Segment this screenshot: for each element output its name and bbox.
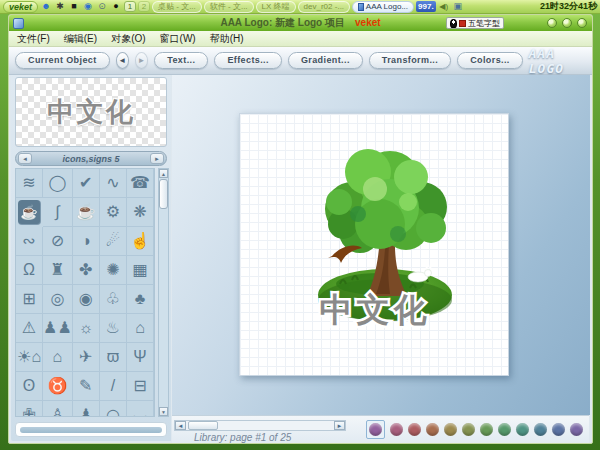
palette-icon-pig-face[interactable]: ʘ (16, 372, 43, 401)
menu-edit[interactable]: 编辑(E) (64, 32, 97, 46)
battery-badge[interactable]: 997. (416, 1, 436, 12)
palette-icon-horn[interactable]: ◡ (127, 401, 154, 417)
colors-button[interactable]: Colors... (457, 52, 523, 69)
palette-icon-fire-warning-triangle[interactable]: ⚠ (16, 314, 43, 343)
palette-icon-half-globe[interactable]: ◑ (73, 227, 100, 256)
palette-icon-wave-swirl[interactable]: ∾ (16, 227, 43, 256)
palette-icon-fire-circle[interactable]: ☼ (73, 314, 100, 343)
monitor-icon[interactable]: ■ (68, 1, 80, 13)
gradient-button[interactable]: Gradient... (288, 52, 363, 69)
color-swatch-6[interactable] (462, 423, 475, 436)
nav-back-button[interactable]: ◄ (116, 52, 129, 69)
palette-icon-clover[interactable]: ✤ (73, 256, 100, 285)
maximize-button[interactable] (562, 18, 572, 28)
library-next-button[interactable]: ► (334, 421, 345, 430)
effects-button[interactable]: Effects... (214, 52, 282, 69)
taskbar-window-3[interactable]: LX 终端 (256, 1, 296, 13)
workspace-1-button[interactable]: 1 (124, 1, 136, 12)
color-swatch-10[interactable] (534, 423, 547, 436)
palette-icon-palm-tree[interactable]: Ψ (127, 343, 154, 372)
logo-preview[interactable]: 中文化 (15, 77, 167, 147)
palette-icon-telephone[interactable]: ☎ (127, 169, 154, 198)
palette-icon-pinwheel[interactable]: ❋ (127, 198, 154, 227)
palette-icon-chess-pawn-black[interactable]: ♟ (73, 401, 100, 417)
nav-forward-button[interactable]: ► (135, 52, 148, 69)
palette-icon-calculator[interactable]: ⊞ (16, 285, 43, 314)
palette-icon-coffee-cup[interactable]: ☕ (18, 200, 41, 225)
workspace-2-button[interactable]: 2 (138, 1, 150, 12)
speaker-icon[interactable]: ◀) (438, 1, 450, 13)
menu-window[interactable]: 窗口(W) (160, 32, 196, 46)
panel-bottom-slider[interactable] (15, 422, 167, 437)
palette-icon-comet-splash[interactable]: ✺ (100, 256, 127, 285)
palette-icon-turtle[interactable]: Ω (16, 256, 43, 285)
palette-icon-bus[interactable]: ⊟ (127, 372, 154, 401)
selected-swatch-frame[interactable] (366, 420, 385, 439)
palette-icon-winged-emblem[interactable]: ✈ (73, 343, 100, 372)
color-swatch-4[interactable] (426, 423, 439, 436)
palette-next-button[interactable]: ► (150, 153, 164, 164)
color-swatch-12[interactable] (570, 423, 583, 436)
color-swatch-11[interactable] (552, 423, 565, 436)
color-swatch-8[interactable] (498, 423, 511, 436)
current-object-button[interactable]: Current Object (15, 52, 110, 69)
palette-icon-hand-tool[interactable]: / (100, 372, 127, 401)
palette-icon-church[interactable]: ⌂ (127, 314, 154, 343)
titlebar[interactable]: AAA Logo: 新建 Logo 项目veket 五笔字型 (9, 15, 592, 31)
network-icon[interactable]: ▣ (452, 1, 464, 13)
palette-icon-globe-swoosh[interactable]: ☄ (100, 227, 127, 256)
palette-icon-pine-tree-outline[interactable]: ♧ (100, 285, 127, 314)
palette-icon-no-sign[interactable]: ⊘ (43, 227, 73, 256)
library-scroll-track[interactable] (186, 421, 334, 430)
canvas-workspace[interactable]: 中文化 (172, 75, 590, 415)
menu-help[interactable]: 帮助(H) (210, 32, 244, 46)
palette-icon-handshake-people[interactable]: ♟♟ (43, 314, 73, 343)
library-scroll-thumb[interactable] (188, 421, 218, 430)
palette-icon-wavy-line[interactable]: ∿ (100, 169, 127, 198)
logo-artwork[interactable]: 中文化 (240, 114, 510, 377)
color-swatch-9[interactable] (516, 423, 529, 436)
palette-icon-bull-head[interactable]: ♉ (43, 372, 73, 401)
logo-text[interactable]: 中文化 (320, 290, 431, 329)
transform-button[interactable]: Transform... (369, 52, 451, 69)
menu-object[interactable]: 对象(O) (111, 32, 145, 46)
palette-icon-pine-tree-solid[interactable]: ♣ (127, 285, 154, 314)
palette-icon-ring[interactable]: ◯ (43, 169, 73, 198)
text-button[interactable]: Text... (154, 52, 208, 69)
palette-icon-spiral-thick[interactable]: ◎ (43, 285, 73, 314)
input-method-widget[interactable]: 五笔字型 (446, 17, 504, 29)
color-swatch-3[interactable] (408, 423, 421, 436)
palette-icon-paint-brush[interactable]: ✎ (73, 372, 100, 401)
palette-prev-button[interactable]: ◄ (18, 153, 32, 164)
palette-icon-waves[interactable]: ≋ (16, 169, 43, 198)
taskbar-window-4[interactable]: dev_r02 -... (298, 1, 350, 13)
palette-icon-teacup[interactable]: ☕ (73, 198, 100, 227)
logo-page[interactable]: 中文化 (239, 113, 509, 376)
palette-icon-flame[interactable]: ♨ (100, 314, 127, 343)
palette-icon-brick-wall[interactable]: ▦ (127, 256, 154, 285)
globe-icon[interactable]: ◉ (82, 1, 94, 13)
color-swatch-5[interactable] (444, 423, 457, 436)
taskbar-window-active[interactable]: AAA Logo... (352, 1, 414, 13)
close-button[interactable] (577, 18, 587, 28)
palette-icon-swoosh[interactable]: ✔ (73, 169, 100, 198)
library-prev-button[interactable]: ◄ (175, 421, 186, 430)
taskbar-window-1[interactable]: 桌贴 - 文... (152, 1, 202, 13)
start-menu-button[interactable]: veket (3, 1, 38, 13)
color-swatch-2[interactable] (390, 423, 403, 436)
palette-icon-gears[interactable]: ⚙ (100, 198, 127, 227)
asterisk-icon[interactable]: ✱ (54, 1, 66, 13)
scroll-down-button[interactable]: ▼ (159, 407, 168, 416)
taskbar-window-2[interactable]: 软件 - 文... (204, 1, 254, 13)
magnifier-icon[interactable]: ⊙ (96, 1, 108, 13)
qq-penguin-icon[interactable]: ● (110, 1, 122, 13)
palette-icon-hand-rays[interactable]: ☝ (127, 227, 154, 256)
color-swatch-7[interactable] (480, 423, 493, 436)
palette-icon-spiral-thin[interactable]: ◉ (73, 285, 100, 314)
scroll-up-button[interactable]: ▲ (159, 169, 168, 178)
scrollbar-thumb[interactable] (159, 179, 168, 209)
menu-file[interactable]: 文件(F) (17, 32, 50, 46)
library-scrollbar[interactable]: ◄ ► (174, 420, 346, 431)
palette-icon-oval[interactable]: ◠ (100, 401, 127, 417)
palette-icon-airplane-cross[interactable]: ✙ (16, 401, 43, 417)
